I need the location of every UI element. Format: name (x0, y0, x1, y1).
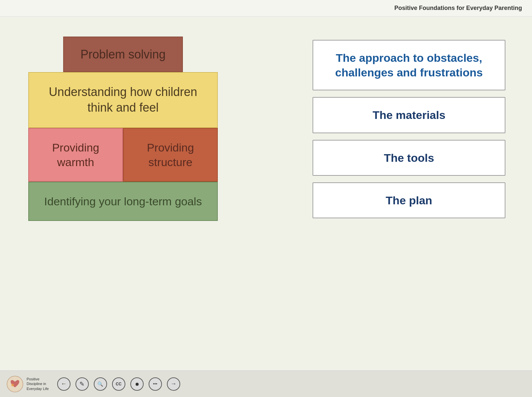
logo-text: Positive Discipline in Everyday Life (27, 377, 49, 391)
pyramid-third-left-label: Providing warmth (52, 141, 99, 168)
pyramid-third-row: Providing warmth Providing structure (28, 128, 218, 182)
pyramid-container: Problem solving Understanding how childr… (27, 37, 219, 221)
logo-area: Positive Discipline in Everyday Life (7, 376, 49, 392)
pyramid-third-left-block: Providing warmth (28, 128, 123, 182)
main-content: Problem solving Understanding how childr… (0, 17, 532, 370)
info-boxes-container: The approach to obstacles, challenges an… (313, 40, 505, 218)
top-bar: Positive Foundations for Everyday Parent… (0, 0, 532, 17)
info-box-approach-text: The approach to obstacles, challenges an… (335, 51, 483, 79)
bottom-bar: Positive Discipline in Everyday Life ← ✎… (0, 370, 532, 397)
pyramid-second-block: Understanding how children think and fee… (28, 72, 218, 128)
nav-cc-button[interactable]: CC (112, 377, 125, 391)
nav-pen-button[interactable]: ✎ (75, 377, 89, 391)
nav-back-button[interactable]: ← (57, 377, 70, 391)
logo-line2: Discipline in (27, 381, 49, 386)
nav-record-button[interactable]: ⏺ (130, 377, 144, 391)
pyramid-third-right-block: Providing structure (123, 128, 218, 182)
logo-line1: Positive (27, 377, 49, 381)
pyramid-bottom-label: Identifying your long-term goals (44, 195, 202, 208)
nav-forward-button[interactable]: → (167, 377, 180, 391)
nav-search-button[interactable]: 🔍 (94, 377, 107, 391)
info-box-tools-text: The tools (384, 151, 434, 164)
pyramid-bottom-block: Identifying your long-term goals (28, 182, 218, 221)
nav-more-button[interactable]: ••• (149, 377, 162, 391)
svg-point-1 (11, 384, 14, 386)
pyramid-top-block: Problem solving (63, 37, 183, 72)
info-box-plan[interactable]: The plan (313, 182, 505, 218)
info-box-plan-text: The plan (386, 194, 432, 207)
pyramid-top-label: Problem solving (80, 48, 166, 61)
info-box-tools[interactable]: The tools (313, 140, 505, 176)
pyramid-third-right-label: Providing structure (147, 141, 194, 168)
logo-icon (7, 376, 23, 392)
info-box-approach[interactable]: The approach to obstacles, challenges an… (313, 40, 505, 90)
logo-line3: Everyday Life (27, 386, 49, 391)
info-box-materials[interactable]: The materials (313, 97, 505, 133)
pyramid-second-label: Understanding how children think and fee… (49, 85, 197, 114)
page-title: Positive Foundations for Everyday Parent… (394, 5, 522, 12)
info-box-materials-text: The materials (372, 109, 445, 121)
